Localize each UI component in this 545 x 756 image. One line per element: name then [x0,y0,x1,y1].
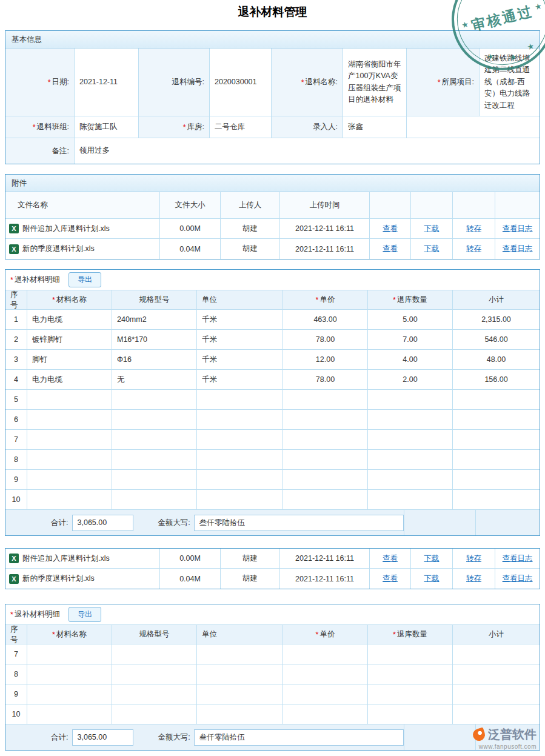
row-subtotal [453,490,540,510]
col-seq: 序号 [5,290,27,310]
row-qty [368,450,453,470]
star-icon: ★ [461,19,470,30]
row-spec: 无 [112,370,197,390]
attachments-table-2: X附件追加入库退料计划.xls 0.00M 胡建 2021-12-11 16:1… [5,549,540,589]
file-name: X附件追加入库退料计划.xls [5,219,160,239]
download-link[interactable]: 下载 [424,224,440,234]
row-price: 463.00 [283,310,368,330]
excel-file-icon: X [9,244,19,254]
transfer-link[interactable]: 转存 [466,224,481,234]
required-asterisk: * [48,78,51,87]
row-material-name [27,470,112,490]
row-spec [112,430,197,450]
download-link[interactable]: 下载 [424,554,440,564]
file-size: 0.00M [160,219,221,239]
total-input[interactable]: 3,065.00 [72,729,134,746]
fanpusoft-logo-text: 泛普软件 [488,726,537,743]
transfer-link[interactable]: 转存 [466,244,481,254]
export-button[interactable]: 导出 [69,607,101,622]
row-material-name: 电力电缆 [27,370,112,390]
transfer-link[interactable]: 转存 [466,574,481,584]
row-subtotal [453,450,540,470]
row-qty: 5.00 [368,310,453,330]
row-subtotal [453,644,540,664]
row-subtotal [453,664,540,684]
col-action [495,192,540,219]
row-material-name [27,390,112,410]
transfer-link[interactable]: 转存 [466,554,481,564]
total-input[interactable]: 3,065.00 [72,515,134,531]
row-material-name [27,490,112,510]
row-unit [197,490,283,510]
material-detail-titlebar: * 退补材料明细 导出 [5,270,540,290]
detail-footer: 合计: 3,065.00 金额大写: 叁仟零陆拾伍 [5,510,540,535]
total-label: 合计: [5,518,72,528]
recorder-label: 录入人: [272,116,343,138]
footer-spacer [404,510,475,535]
required-asterisk: * [10,276,13,284]
row-seq: 8 [5,450,27,470]
basic-info-title: 基本信息 [5,31,540,49]
row-subtotal [453,684,540,704]
view-link[interactable]: 查看 [383,244,398,254]
footer-spacer [475,510,540,535]
export-button[interactable]: 导出 [69,272,101,287]
col-unit: 单位 [197,290,283,310]
return-name-label: *退料名称: [272,49,343,116]
col-spec: 规格型号 [112,290,197,310]
row-seq: 10 [5,490,27,510]
fanpusoft-logo-icon [471,727,486,742]
row-price: 12.00 [283,350,368,370]
view-log-link[interactable]: 查看日志 [503,554,533,564]
row-seq: 1 [5,310,27,330]
col-file-size: 文件大小 [160,192,221,219]
row-price [283,470,368,490]
row-qty [368,430,453,450]
download-link[interactable]: 下载 [424,574,440,584]
row-seq: 7 [5,430,27,450]
view-link[interactable]: 查看 [383,224,398,234]
fanpusoft-url: www.fanpusoft.com [473,743,537,750]
amount-words-input[interactable]: 叁仟零陆拾伍 [194,729,404,746]
col-uploader: 上传人 [221,192,280,219]
team-label: *退料班组: [5,116,75,138]
row-seq: 4 [5,370,27,390]
row-price [283,664,368,684]
col-subtotal: 小计 [453,290,540,310]
row-unit [197,390,283,410]
basic-info-section: 基本信息 *日期: 2021-12-11 退料编号: 2020030001 *退… [5,30,540,164]
fanpusoft-logo: 泛普软件 www.fanpusoft.com [473,726,537,750]
file-size: 0.04M [160,569,221,589]
file-uploader: 胡建 [221,219,280,239]
row-unit [197,450,283,470]
row-qty [368,490,453,510]
view-link[interactable]: 查看 [383,574,398,584]
row-subtotal [453,470,540,490]
view-log-link[interactable]: 查看日志 [503,574,533,584]
recorder-value: 张鑫 [343,116,407,138]
view-log-link[interactable]: 查看日志 [503,244,533,254]
required-asterisk: * [393,631,396,639]
file-upload-time: 2021-12-11 16:11 [280,569,370,589]
empty-cell [407,116,540,138]
col-action [411,192,453,219]
amount-words-input[interactable]: 叁仟零陆拾伍 [194,515,404,531]
col-material-name: *材料名称 [27,290,112,310]
col-upload-time: 上传时间 [280,192,370,219]
download-link[interactable]: 下载 [424,244,440,254]
row-price [283,430,368,450]
material-detail-title: 退补材料明细 [15,275,60,285]
row-material-name [27,410,112,430]
required-asterisk: * [316,631,319,639]
material-detail-section-2: * 退补材料明细 导出 序号 *材料名称 规格型号 单位 *单价 *退库数量 小… [5,604,540,751]
view-link[interactable]: 查看 [383,554,398,564]
row-seq: 3 [5,350,27,370]
row-qty [368,644,453,664]
row-spec [112,410,197,430]
row-price: 78.00 [283,370,368,390]
date-label: *日期: [5,49,75,116]
row-subtotal: 546.00 [453,330,540,350]
view-log-link[interactable]: 查看日志 [503,224,533,234]
row-price [283,450,368,470]
row-subtotal: 156.00 [453,370,540,390]
